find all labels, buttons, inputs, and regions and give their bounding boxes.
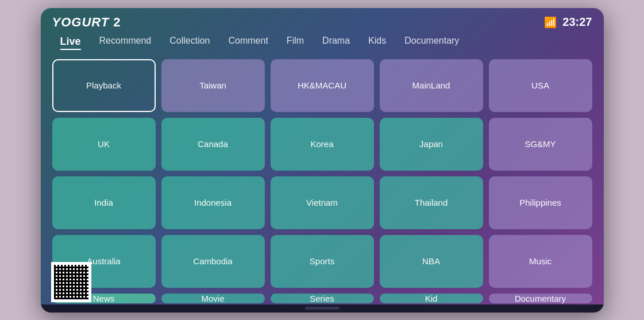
tab-recommend[interactable]: Recommend (97, 34, 154, 51)
btn-sports[interactable]: Sports (271, 235, 374, 288)
btn-music[interactable]: Music (489, 235, 592, 288)
tab-documentary[interactable]: Documentary (402, 34, 461, 51)
btn-documentary[interactable]: Documentary (489, 294, 592, 303)
logo: YOGURT 2 (52, 15, 121, 30)
btn-canada[interactable]: Canada (161, 118, 265, 171)
tab-collection[interactable]: Collection (167, 34, 212, 51)
btn-india[interactable]: India (52, 176, 156, 229)
btn-cambodia[interactable]: Cambodia (161, 235, 265, 288)
tab-comment[interactable]: Comment (226, 34, 271, 51)
tab-live[interactable]: Live (58, 34, 83, 51)
qr-image (54, 265, 88, 299)
btn-thailand[interactable]: Thailand (380, 176, 483, 229)
btn-sgmy[interactable]: SG&MY (489, 118, 592, 171)
tab-drama[interactable]: Drama (320, 34, 352, 51)
channel-grid: Playback Taiwan HK&MACAU MainLand USA UK… (52, 59, 592, 303)
btn-nba[interactable]: NBA (380, 235, 483, 288)
stand-indicator (305, 307, 340, 310)
wifi-icon: 📶 (544, 16, 557, 29)
btn-uk[interactable]: UK (52, 118, 156, 171)
btn-series[interactable]: Series (271, 294, 374, 303)
btn-korea[interactable]: Korea (271, 118, 374, 171)
btn-mainland[interactable]: MainLand (380, 59, 483, 112)
tab-film[interactable]: Film (284, 34, 306, 51)
btn-hkmacau[interactable]: HK&MACAU (271, 59, 374, 112)
header: YOGURT 2 📶 23:27 (52, 15, 592, 30)
btn-indonesia[interactable]: Indonesia (161, 176, 265, 229)
btn-philippines[interactable]: Philippines (489, 176, 592, 229)
clock: 23:27 (562, 16, 592, 29)
tv-stand (41, 304, 604, 313)
tab-kids[interactable]: Kids (366, 34, 388, 51)
nav-tabs: Live Recommend Collection Comment Film D… (52, 34, 592, 51)
btn-usa[interactable]: USA (489, 59, 592, 112)
qr-code (51, 262, 91, 302)
btn-playback[interactable]: Playback (52, 59, 156, 112)
btn-japan[interactable]: Japan (380, 118, 483, 171)
tv-screen: YOGURT 2 📶 23:27 Live Recommend Collecti… (41, 8, 604, 313)
tv-frame: YOGURT 2 📶 23:27 Live Recommend Collecti… (41, 8, 604, 313)
btn-vietnam[interactable]: Vietnam (271, 176, 374, 229)
btn-kid[interactable]: Kid (380, 294, 483, 303)
header-right: 📶 23:27 (544, 16, 592, 29)
btn-movie[interactable]: Movie (161, 294, 265, 303)
btn-taiwan[interactable]: Taiwan (161, 59, 265, 112)
